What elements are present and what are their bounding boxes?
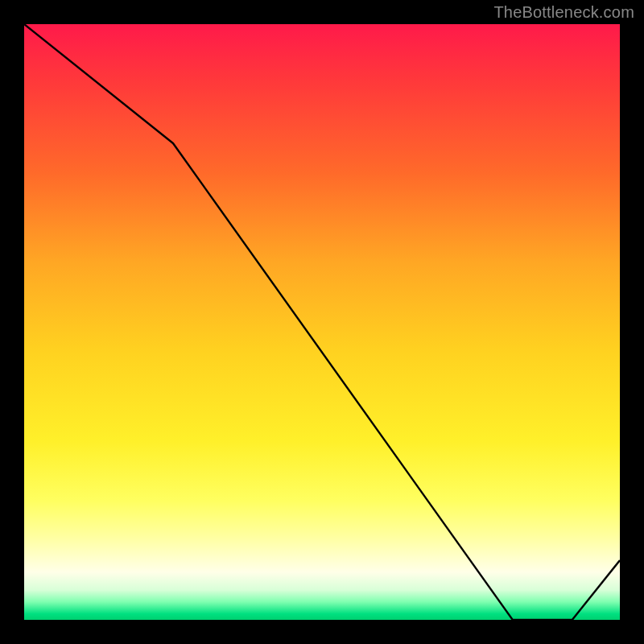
attribution-text: TheBottleneck.com — [493, 3, 634, 22]
chart-stage: TheBottleneck.com — [0, 0, 644, 644]
plot-area — [24, 24, 620, 620]
